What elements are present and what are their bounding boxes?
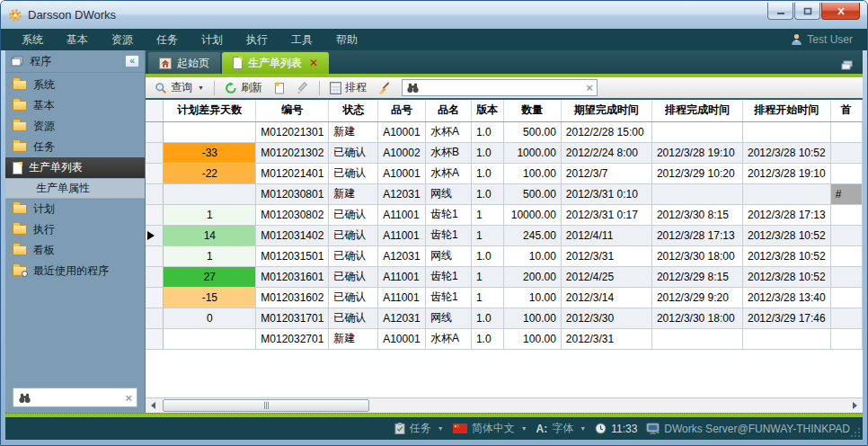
cell-diff[interactable]: 14: [164, 225, 256, 245]
cell-sched_start[interactable]: 2012/3/29 17:46: [742, 308, 830, 328]
cell-status[interactable]: 新建: [329, 328, 378, 349]
cell-item_no[interactable]: A11001: [378, 225, 426, 245]
cell-sched_end[interactable]: 2012/3/28 19:10: [651, 142, 742, 163]
cell-sched_start[interactable]: [742, 328, 830, 349]
cell-extra[interactable]: [830, 328, 862, 349]
cell-code[interactable]: M012031402: [256, 225, 329, 245]
table-row[interactable]: 14M012031402已确认A11001齿轮11245.002012/4/11…: [146, 225, 863, 245]
menu-item-1[interactable]: 基本: [55, 29, 100, 50]
scrollbar-thumb[interactable]: [163, 399, 369, 412]
cell-diff[interactable]: 27: [164, 266, 256, 287]
cell-extra[interactable]: [830, 287, 862, 308]
scroll-left-icon[interactable]: [146, 398, 161, 413]
table-row[interactable]: 1M012030802已确认A11001齿轮1110000.002012/3/3…: [146, 204, 863, 225]
cell-sched_end[interactable]: 2012/3/30 8:15: [651, 204, 742, 225]
cell-status[interactable]: 已确认: [329, 204, 378, 225]
column-header-diff[interactable]: 计划差异天数: [164, 100, 256, 121]
cell-item_no[interactable]: A10001: [378, 163, 426, 183]
row-selector[interactable]: [146, 142, 164, 163]
cell-status[interactable]: 已确认: [329, 142, 378, 163]
cell-status[interactable]: 已确认: [329, 245, 378, 266]
user-indicator[interactable]: Test User: [791, 33, 858, 46]
cell-item_no[interactable]: A11001: [378, 204, 426, 225]
cell-version[interactable]: 1: [471, 287, 503, 308]
cell-qty[interactable]: 10000.00: [503, 204, 561, 225]
cell-status[interactable]: 已确认: [329, 266, 378, 287]
table-row[interactable]: -33M012021302已确认A10002水杯B1.01000.002012/…: [146, 142, 863, 163]
table-row[interactable]: M012021301新建A10001水杯A1.0500.002012/2/28 …: [146, 121, 863, 142]
cell-extra[interactable]: #: [830, 183, 862, 204]
cell-diff[interactable]: [164, 183, 256, 204]
cell-diff[interactable]: -15: [164, 287, 256, 308]
column-header-version[interactable]: 版本: [471, 100, 503, 121]
cell-item_name[interactable]: 水杯B: [426, 142, 472, 163]
maximize-button[interactable]: [794, 3, 820, 20]
cell-code[interactable]: M012031701: [256, 308, 329, 328]
cell-diff[interactable]: 1: [164, 245, 256, 266]
row-selector[interactable]: [146, 163, 164, 183]
cell-item_name[interactable]: 齿轮1: [426, 225, 472, 245]
tab-production-order-list[interactable]: 生产单列表 ✕: [222, 52, 329, 74]
cell-item_no[interactable]: A12031: [378, 183, 426, 204]
cell-version[interactable]: 1.0: [471, 183, 503, 204]
sidebar-item-6[interactable]: 计划: [5, 199, 145, 219]
cell-sched_start[interactable]: 2012/3/28 10:52: [742, 225, 830, 245]
refresh-button[interactable]: 刷新: [221, 78, 266, 97]
sidebar-search-input[interactable]: ×: [13, 388, 137, 407]
sidebar-item-5[interactable]: 生产单属性: [5, 178, 145, 199]
cell-sched_end[interactable]: [651, 328, 742, 349]
table-row[interactable]: 27M012031601已确认A11001齿轮11200.002012/4/25…: [146, 266, 863, 287]
cell-extra[interactable]: [830, 266, 862, 287]
tab-close-icon[interactable]: ✕: [309, 57, 318, 69]
cell-extra[interactable]: [830, 225, 862, 245]
resize-grip[interactable]: [850, 427, 861, 438]
menu-item-5[interactable]: 执行: [235, 29, 279, 50]
cell-sched_start[interactable]: [742, 183, 830, 204]
cell-version[interactable]: 1: [471, 266, 503, 287]
cell-sched_start[interactable]: [742, 121, 830, 142]
cell-extra[interactable]: [830, 308, 862, 328]
cell-qty[interactable]: 10.00: [503, 287, 561, 308]
cell-extra[interactable]: [830, 204, 862, 225]
menu-item-3[interactable]: 任务: [145, 29, 190, 50]
cell-item_name[interactable]: 水杯A: [426, 163, 472, 183]
table-row[interactable]: 1M012031501已确认A12031网线1.010.002012/3/312…: [146, 245, 863, 266]
tab-home[interactable]: 起始页: [148, 52, 220, 74]
table-row[interactable]: M012032701新建A10001水杯A1.0100.002012/3/31: [146, 328, 863, 349]
cell-sched_end[interactable]: 2012/3/30 18:00: [651, 308, 742, 328]
cell-expected[interactable]: 2012/3/31: [561, 328, 651, 349]
new-button[interactable]: [270, 79, 289, 96]
cell-sched_end[interactable]: 2012/3/30 18:00: [651, 245, 742, 266]
cell-qty[interactable]: 100.00: [503, 308, 561, 328]
row-selector[interactable]: [146, 245, 164, 266]
cell-diff[interactable]: 1: [164, 204, 256, 225]
cell-version[interactable]: 1.0: [471, 245, 503, 266]
cell-item_name[interactable]: 齿轮1: [426, 204, 472, 225]
row-selector[interactable]: [146, 204, 164, 225]
cell-qty[interactable]: 500.00: [503, 183, 561, 204]
cell-item_no[interactable]: A12031: [378, 245, 426, 266]
cell-expected[interactable]: 2012/3/31: [561, 245, 651, 266]
cell-sched_end[interactable]: 2012/3/29 10:20: [651, 163, 742, 183]
sidebar-item-1[interactable]: 基本: [5, 95, 145, 116]
cell-item_no[interactable]: A10001: [378, 328, 426, 349]
cell-item_no[interactable]: A11001: [378, 266, 426, 287]
cell-sched_end[interactable]: 2012/3/29 9:20: [651, 287, 742, 308]
cell-version[interactable]: 1: [471, 204, 503, 225]
cell-version[interactable]: 1: [471, 225, 503, 245]
cell-item_name[interactable]: 齿轮1: [426, 266, 472, 287]
sidebar-item-3[interactable]: 任务: [5, 137, 145, 157]
minimize-button[interactable]: [767, 3, 793, 20]
row-selector[interactable]: [146, 287, 164, 308]
column-header-extra[interactable]: 首: [830, 100, 862, 121]
row-selector[interactable]: [146, 328, 164, 349]
menu-item-0[interactable]: 系统: [10, 29, 55, 50]
cell-sched_end[interactable]: 2012/3/28 17:13: [651, 225, 742, 245]
cell-diff[interactable]: 0: [164, 308, 256, 328]
table-row[interactable]: 0M012031701已确认A12031网线1.0100.002012/3/30…: [146, 308, 863, 328]
scroll-right-icon[interactable]: [847, 398, 863, 413]
cell-code[interactable]: M012031601: [256, 266, 329, 287]
cell-expected[interactable]: 2012/2/28 15:00: [561, 121, 651, 142]
sidebar-item-8[interactable]: 看板: [5, 240, 145, 261]
row-selector-header[interactable]: [146, 100, 164, 121]
